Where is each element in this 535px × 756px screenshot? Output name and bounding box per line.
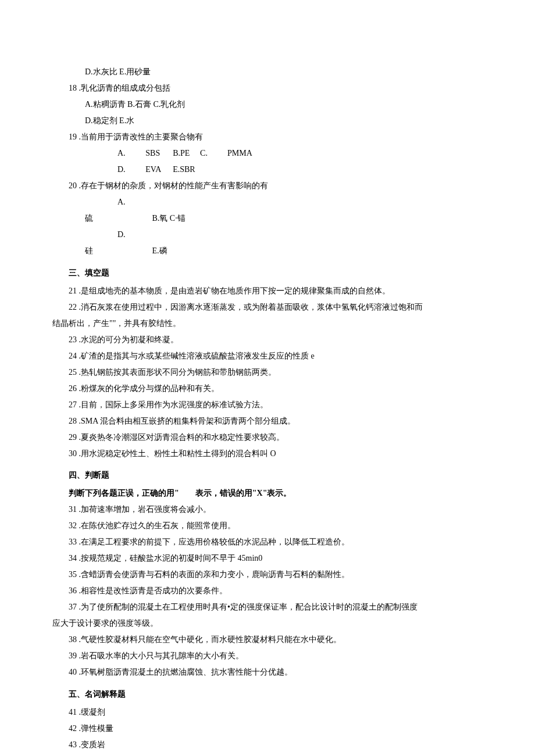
q29-text: .夏炎热冬冷潮湿区对沥青混合料的和水稳定性要求较高。 xyxy=(79,433,285,442)
q40-num: 40 xyxy=(69,668,77,676)
q31-num: 31 xyxy=(69,505,77,514)
q23: 23 .水泥的可分为初凝和终凝。 xyxy=(52,332,483,348)
q43: 43 .变质岩 xyxy=(52,737,483,753)
q29-num: 29 xyxy=(69,433,77,442)
q33: 33 .在满足工程要求的前提下，应选用价格较低的水泥品种，以降低工程造价。 xyxy=(52,534,483,550)
q21-num: 21 xyxy=(69,286,77,295)
q19-num: 19 xyxy=(69,132,77,141)
q32: 32 .在陈伏池贮存过久的生石灰，能照常使用。 xyxy=(52,518,483,534)
q29: 29 .夏炎热冬冷潮湿区对沥青混合料的和水稳定性要求较高。 xyxy=(52,429,483,446)
q27-text: .目前，国际上多采用作为水泥强度的标准试验方法。 xyxy=(79,400,269,409)
q20-options-row1: A.硫 B.氧 C·锚 xyxy=(52,194,483,227)
q19-d-label: D. xyxy=(85,162,111,178)
q33-num: 33 xyxy=(69,538,77,546)
q25-text: .热轧钢筋按其表面形状不同分为钢筋和带肋钢筋两类。 xyxy=(79,368,277,377)
q34: 34 .按规范规定，硅酸盐水泥的初凝时间不早于 45min0 xyxy=(52,550,483,567)
q39: 39 .岩石吸水率的大小只与其孔隙率的大小有关。 xyxy=(52,648,483,664)
q19-e: E.SBR xyxy=(140,162,195,178)
q35-text: .含蜡沥青会使沥青与石料的表面的亲和力变小，鹿响沥青与石料的黏附性。 xyxy=(79,570,350,579)
q27: 27 .目前，国际上多采用作为水泥强度的标准试验方法。 xyxy=(52,397,483,413)
q20-line: 20 .存在于钢材的杂质，对钢材的性能产生有害影响的有 xyxy=(52,178,483,194)
q21: 21 .是组成地壳的基本物质，是由造岩矿物在地质作用下按一定的规律聚集而成的自然… xyxy=(52,283,483,299)
q38: 38 .气硬性胶凝材料只能在空气中硬化，而水硬性胶凝材料只能在水中硬化。 xyxy=(52,632,483,648)
q30: 30 .用水泥稳定砂性土、粉性土和粘性土得到的混合料叫 O xyxy=(52,446,483,462)
q31: 31 .加荷速率增加，岩石强度将会减小。 xyxy=(52,501,483,518)
q18-num: 18 xyxy=(69,84,77,92)
q44: 44 .抗冻性 xyxy=(52,753,483,756)
q22-line1: 22 .消石灰浆在使用过程中，因游离水逐渐蒸发，或为附着基面吸收，浆体中氢氧化钙… xyxy=(52,299,483,316)
q36-num: 36 xyxy=(69,586,77,595)
q38-text: .气硬性胶凝材料只能在空气中硬化，而水硬性胶凝材料只能在水中硬化。 xyxy=(79,635,342,644)
q35-num: 35 xyxy=(69,570,77,579)
q41-num: 41 xyxy=(69,708,77,716)
q21-text: .是组成地壳的基本物质，是由造岩矿物在地质作用下按一定的规律聚集而成的自然体。 xyxy=(79,286,391,295)
q20-e: E.磷 xyxy=(120,243,167,259)
q42: 42 .弹性模量 xyxy=(52,721,483,737)
q22-line2: 结晶析出，产生""，并具有胶结性。 xyxy=(52,316,483,332)
q19-b: B.PE xyxy=(140,145,165,162)
q40: 40 .环氧树脂沥青混凝土的抗燃油腐蚀、抗水害性能十分优越。 xyxy=(52,664,483,680)
q22-num: 22 xyxy=(69,303,77,311)
q28-text: .SMA 混合料由相互嵌挤的粗集料骨架和沥青两个部分组成。 xyxy=(79,417,296,425)
q25: 25 .热轧钢筋按其表面形状不同分为钢筋和带肋钢筋两类。 xyxy=(52,364,483,381)
q34-text: .按规范规定，硅酸盐水泥的初凝时间不早于 45min0 xyxy=(79,554,263,562)
q24-text: .矿渣的是指其与水或某些碱性溶液或硫酸盐溶液发生反应的性质 e xyxy=(79,352,315,360)
q22-text1: .消石灰浆在使用过程中，因游离水逐渐蒸发，或为附着基面吸收，浆体中氢氧化钙溶液过… xyxy=(79,303,423,311)
q42-text: .弹性模量 xyxy=(79,724,114,733)
q20-a: A.硫 xyxy=(85,194,117,227)
q19-stem: .当前用于沥青改性的主要聚合物有 xyxy=(79,132,204,141)
q19-options-row2: D. EVA E.SBR xyxy=(52,162,483,178)
q36-text: .相容性是改性沥青是否成功的次要条件。 xyxy=(79,586,228,595)
q40-text: .环氧树脂沥青混凝土的抗燃油腐蚀、抗水害性能十分优越。 xyxy=(79,668,293,676)
q18-options-2: D.稳定剂 E.水 xyxy=(52,113,483,129)
q41: 41 .缓凝剂 xyxy=(52,704,483,721)
section-4-heading: 四、判断题 xyxy=(52,467,483,483)
q26-num: 26 xyxy=(69,384,77,393)
q25-num: 25 xyxy=(69,368,77,377)
q37-line1: 37 .为了使所配制的混凝土在工程使用时具有•定的强度保证率，配合比设计时的混凝… xyxy=(52,599,483,615)
q34-num: 34 xyxy=(69,554,77,562)
q33-text: .在满足工程要求的前提下，应选用价格较低的水泥品种，以降低工程造价。 xyxy=(79,538,350,546)
section-3-heading: 三、填空题 xyxy=(52,265,483,281)
q41-text: .缓凝剂 xyxy=(79,708,106,716)
q17-option-d-e: D.水灰比 E.用砂量 xyxy=(52,64,483,80)
q19-line: 19 .当前用于沥青改性的主要聚合物有 xyxy=(52,129,483,145)
q20-options-row2: D.硅 E.磷 xyxy=(52,227,483,259)
q37-line2: 应大于设计要求的强度等级。 xyxy=(52,615,483,632)
q37-num: 37 xyxy=(69,603,77,611)
section-4-instruction: 判断下列各题正误，正确的用" 表示，错误的用"X"表示。 xyxy=(52,485,483,501)
q19-c-value: PMMA xyxy=(195,145,252,162)
q24: 24 .矿渣的是指其与水或某些碱性溶液或硫酸盐溶液发生反应的性质 e xyxy=(52,348,483,364)
q35: 35 .含蜡沥青会使沥青与石料的表面的亲和力变小，鹿响沥青与石料的黏附性。 xyxy=(52,567,483,583)
q37-text1: .为了使所配制的混凝土在工程使用时具有•定的强度保证率，配合比设计时的混凝土的配… xyxy=(79,603,418,611)
q28-num: 28 xyxy=(69,417,77,425)
q27-num: 27 xyxy=(69,400,77,409)
q31-text: .加荷速率增加，岩石强度将会减小。 xyxy=(79,505,212,514)
section-5-heading: 五、名词解释题 xyxy=(52,686,483,703)
q38-num: 38 xyxy=(69,635,77,644)
q39-num: 39 xyxy=(69,651,77,660)
q26-text: .粉煤灰的化学成分与煤的品种和有关。 xyxy=(79,384,220,393)
q20-stem: .存在于钢材的杂质，对钢材的性能产生有害影响的有 xyxy=(79,181,269,190)
q28: 28 .SMA 混合料由相互嵌挤的粗集料骨架和沥青两个部分组成。 xyxy=(52,413,483,429)
q43-num: 43 xyxy=(69,740,77,749)
q18-options-1: A.粘稠沥青 B.石膏 C.乳化剂 xyxy=(52,96,483,113)
q19-c-label: C. xyxy=(167,145,192,162)
q30-text: .用水泥稳定砂性土、粉性土和粘性土得到的混合料叫 O xyxy=(79,449,276,458)
q36: 36 .相容性是改性沥青是否成功的次要条件。 xyxy=(52,583,483,599)
q19-a-value: SBS xyxy=(113,145,138,162)
q30-num: 30 xyxy=(69,449,77,458)
q18-line: 18 .乳化沥青的组成成分包括 xyxy=(52,80,483,96)
q32-text: .在陈伏池贮存过久的生石灰，能照常使用。 xyxy=(79,521,236,530)
q24-num: 24 xyxy=(69,352,77,360)
q19-options-row1: A. SBS B.PE C. PMMA xyxy=(52,145,483,162)
q32-num: 32 xyxy=(69,521,77,530)
q39-text: .岩石吸水率的大小只与其孔隙率的大小有关。 xyxy=(79,651,244,660)
q19-d-value: EVA xyxy=(113,162,138,178)
q20-bc: B.氧 C·锚 xyxy=(120,210,186,227)
q26: 26 .粉煤灰的化学成分与煤的品种和有关。 xyxy=(52,381,483,397)
q23-text: .水泥的可分为初凝和终凝。 xyxy=(79,335,179,344)
q43-text: .变质岩 xyxy=(79,740,106,749)
q20-d: D.硅 xyxy=(85,227,117,259)
q23-num: 23 xyxy=(69,335,77,344)
